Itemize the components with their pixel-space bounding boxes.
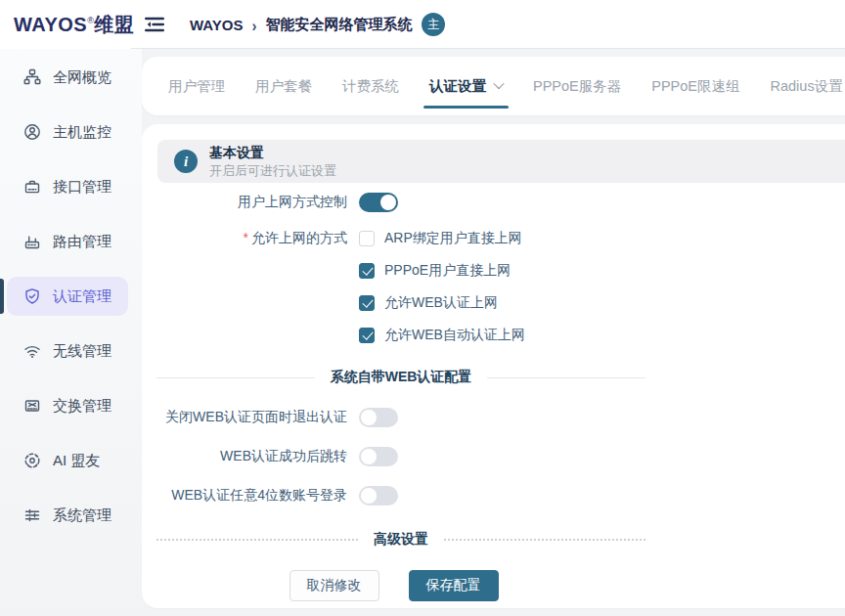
sidebar-item-switch-mgmt[interactable]: 交换管理: [0, 378, 142, 433]
form-row-access-control: 用户上网方式控制: [142, 193, 845, 212]
form-row-allow-method-0: *允许上网的方式 ARP绑定用户直接上网: [142, 230, 845, 246]
sidebar: 全网概览 主机监控 接口管理: [0, 49, 142, 616]
breadcrumb: WAYOS › 智能安全网络管理系统: [190, 16, 412, 34]
sidebar-item-label: 无线管理: [53, 342, 111, 361]
wifi-icon: [23, 342, 41, 360]
form-actions: 取消修改 保存配置: [142, 570, 645, 601]
sidebar-item-label: 全网概览: [53, 68, 111, 87]
master-badge[interactable]: 主: [422, 13, 445, 36]
tab-billing[interactable]: 计费系统: [342, 57, 399, 115]
sidebar-item-host-monitor[interactable]: 主机监控: [0, 105, 142, 159]
exit-on-close-toggle[interactable]: [359, 408, 398, 427]
advanced-settings-label[interactable]: 高级设置: [358, 531, 444, 549]
checkbox-web-auth[interactable]: [359, 295, 375, 311]
field-label: 关闭WEB认证页面时退出认证: [142, 409, 347, 426]
page-title: 智能安全网络管理系统: [265, 16, 412, 34]
tab-user-mgmt[interactable]: 用户管理: [168, 57, 225, 115]
checkbox-pppoe-direct[interactable]: [359, 263, 375, 279]
checkbox-web-auto-auth[interactable]: [359, 328, 375, 343]
form-row-exit-on-close: 关闭WEB认证页面时退出认证: [142, 408, 845, 427]
tab-bar: 用户管理 用户套餐 计费系统 认证设置 PPPoE服务器 PPPoE限速组 Ra…: [142, 57, 845, 115]
tab-user-plan[interactable]: 用户套餐: [255, 57, 312, 115]
sidebar-item-label: 主机监控: [53, 123, 111, 142]
sidebar-item-interface-mgmt[interactable]: 接口管理: [0, 159, 142, 214]
sidebar-item-system-mgmt[interactable]: 系统管理: [0, 488, 142, 543]
interface-icon: [23, 178, 41, 196]
form-row-redirect-after-auth: WEB认证成功后跳转: [142, 447, 845, 466]
checkbox-arp-bind[interactable]: [359, 231, 375, 246]
switch-icon: [23, 397, 41, 415]
field-label: *允许上网的方式: [142, 230, 347, 247]
sidebar-item-auth-mgmt[interactable]: 认证管理: [0, 269, 142, 324]
sliders-icon: [23, 506, 41, 524]
access-control-toggle[interactable]: [359, 193, 398, 212]
tab-pppoe-server[interactable]: PPPoE服务器: [533, 57, 621, 115]
breadcrumb-separator: ›: [251, 15, 256, 34]
form-row-allow-method-2: 允许WEB认证上网: [142, 294, 845, 311]
shield-check-icon: [23, 287, 41, 305]
section-divider-label: 系统自带WEB认证配置: [315, 369, 488, 386]
ai-icon: [23, 452, 41, 469]
settings-panel: i 基本设置 开启后可进行认证设置 用户上网方式控制 *允许上网的方式: [142, 124, 845, 608]
required-asterisk: *: [244, 230, 248, 245]
tab-auth-settings[interactable]: 认证设置: [429, 57, 503, 115]
redirect-after-auth-toggle[interactable]: [359, 447, 398, 466]
form-row-allow-method-3: 允许WEB自动认证上网: [142, 327, 845, 343]
form-row-allow-method-1: PPPoE用户直接上网: [142, 262, 845, 279]
checkbox-label[interactable]: PPPoE用户直接上网: [384, 262, 511, 280]
advanced-settings-divider[interactable]: 高级设置: [156, 531, 645, 549]
checkbox-label[interactable]: ARP绑定用户直接上网: [384, 230, 522, 247]
sidebar-item-label: 认证管理: [53, 287, 111, 306]
tab-pppoe-speed-group[interactable]: PPPoE限速组: [651, 57, 739, 115]
top-bar: WAYOS®维盟 WAYOS › 智能安全网络管理系统 主: [0, 0, 845, 49]
checkbox-label[interactable]: 允许WEB自动认证上网: [384, 327, 525, 344]
sidebar-item-label: 交换管理: [53, 397, 111, 416]
wayos-logo: WAYOS®维盟: [0, 12, 131, 38]
router-icon: [23, 233, 41, 250]
sidebar-item-network-overview[interactable]: 全网概览: [0, 50, 142, 105]
section-divider-web-auth: 系统自带WEB认证配置: [156, 369, 645, 386]
field-label: WEB认证成功后跳转: [142, 448, 347, 465]
field-label: 用户上网方式控制: [142, 194, 347, 211]
host-monitor-icon: [23, 123, 41, 141]
tab-radius-settings[interactable]: Radius设置: [771, 57, 843, 115]
sidebar-item-ai-ally[interactable]: AI 盟友: [0, 433, 142, 488]
sidebar-item-label: AI 盟友: [53, 452, 100, 470]
banner-subtitle: 开启后可进行认证设置: [209, 162, 336, 180]
sidebar-item-wireless-mgmt[interactable]: 无线管理: [0, 324, 142, 378]
sidebar-collapse-icon[interactable]: [145, 17, 164, 32]
any-4digit-login-toggle[interactable]: [359, 486, 398, 506]
sidebar-item-route-mgmt[interactable]: 路由管理: [0, 214, 142, 269]
main-content: 用户管理 用户套餐 计费系统 认证设置 PPPoE服务器 PPPoE限速组 Ra…: [142, 49, 845, 616]
sidebar-item-label: 接口管理: [53, 178, 111, 197]
sidebar-item-label: 路由管理: [53, 233, 111, 251]
checkbox-label[interactable]: 允许WEB认证上网: [384, 294, 498, 312]
network-tree-icon: [23, 68, 41, 86]
info-icon: i: [174, 150, 198, 173]
form-row-4digit-login: WEB认证任意4位数账号登录: [142, 486, 845, 506]
breadcrumb-root[interactable]: WAYOS: [190, 17, 243, 33]
banner-title: 基本设置: [209, 144, 336, 162]
field-label: WEB认证任意4位数账号登录: [142, 487, 347, 505]
save-button[interactable]: 保存配置: [409, 570, 499, 601]
chevron-down-icon: [493, 77, 504, 88]
auth-settings-form: 用户上网方式控制 *允许上网的方式 ARP绑定用户直接上网: [142, 193, 845, 601]
cancel-button[interactable]: 取消修改: [289, 570, 379, 601]
sidebar-item-label: 系统管理: [53, 506, 111, 525]
info-banner: i 基本设置 开启后可进行认证设置: [157, 140, 845, 183]
